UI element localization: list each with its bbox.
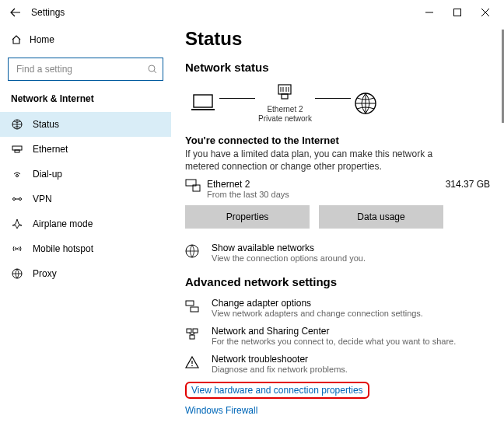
diagram-conn-name: Ethernet 2 xyxy=(267,105,303,113)
connection-name: Ethernet 2 xyxy=(207,179,446,190)
windows-firewall-link[interactable]: Windows Firewall xyxy=(185,405,490,416)
connected-heading: You're connected to the Internet xyxy=(185,134,490,146)
sharing-center-title[interactable]: Network and Sharing Center xyxy=(212,326,456,337)
diagram-conn-type: Private network xyxy=(258,114,312,123)
svg-rect-14 xyxy=(278,85,291,94)
home-label: Home xyxy=(30,34,54,45)
ethernet-icon xyxy=(11,144,23,155)
close-icon xyxy=(481,9,489,16)
sidebar: Home Network & Internet Status Ethernet … xyxy=(0,25,171,432)
close-button[interactable] xyxy=(471,2,499,23)
adapter-icon xyxy=(276,83,293,103)
svg-rect-26 xyxy=(187,329,191,333)
svg-rect-28 xyxy=(190,335,194,339)
connector-line xyxy=(219,98,255,99)
svg-rect-25 xyxy=(191,307,198,312)
search-input[interactable] xyxy=(8,58,163,81)
minimize-button[interactable] xyxy=(415,2,443,23)
maximize-icon xyxy=(453,9,461,16)
advanced-heading: Advanced network settings xyxy=(185,275,490,288)
search-field[interactable] xyxy=(15,63,148,75)
sharing-center-desc: For the networks you connect to, decide … xyxy=(212,337,456,346)
globe-icon xyxy=(185,243,202,263)
network-status-heading: Network status xyxy=(185,61,490,74)
sidebar-item-proxy[interactable]: Proxy xyxy=(0,261,171,286)
globe-icon xyxy=(11,119,23,130)
adapter-options-icon xyxy=(185,298,202,318)
sidebar-item-label: Airplane mode xyxy=(33,218,93,229)
window-title: Settings xyxy=(31,7,65,18)
sidebar-item-label: Dial-up xyxy=(33,169,62,180)
sidebar-heading: Network & Internet xyxy=(0,90,171,112)
main-content: Status Network status Ethernet 2Private … xyxy=(171,25,504,432)
network-diagram: Ethernet 2Private network xyxy=(190,83,490,124)
show-networks-desc: View the connection options around you. xyxy=(212,253,366,263)
svg-rect-1 xyxy=(454,9,461,16)
svg-point-7 xyxy=(16,175,19,177)
sidebar-item-airplane[interactable]: Airplane mode xyxy=(0,211,171,236)
highlight-annotation: View hardware and connection properties xyxy=(185,382,369,399)
svg-rect-27 xyxy=(193,329,198,333)
globe-icon xyxy=(354,92,377,115)
warning-icon xyxy=(185,354,202,374)
sidebar-item-hotspot[interactable]: Mobile hotspot xyxy=(0,236,171,261)
sidebar-item-vpn[interactable]: VPN xyxy=(0,187,171,211)
back-button[interactable] xyxy=(5,7,26,18)
svg-point-8 xyxy=(13,198,16,201)
properties-button[interactable]: Properties xyxy=(185,205,310,229)
troubleshooter-title[interactable]: Network troubleshooter xyxy=(212,354,348,365)
sidebar-item-ethernet[interactable]: Ethernet xyxy=(0,137,171,162)
dialup-icon xyxy=(11,169,23,180)
page-title: Status xyxy=(185,28,490,50)
laptop-icon xyxy=(190,93,216,114)
sidebar-item-label: Status xyxy=(33,119,59,130)
svg-rect-15 xyxy=(282,94,288,99)
show-networks-title[interactable]: Show available networks xyxy=(212,243,366,253)
adapter-small-icon xyxy=(185,179,207,193)
connector-line xyxy=(315,98,351,99)
troubleshooter-desc: Diagnose and fix network problems. xyxy=(212,365,348,374)
vpn-icon xyxy=(11,194,23,204)
sidebar-item-label: Mobile hotspot xyxy=(33,243,93,254)
home-icon xyxy=(11,34,22,45)
sidebar-item-label: VPN xyxy=(33,194,52,204)
data-usage-button[interactable]: Data usage xyxy=(319,205,443,229)
airplane-icon xyxy=(11,218,23,229)
connection-sub: From the last 30 days xyxy=(207,190,446,199)
svg-rect-13 xyxy=(194,95,212,107)
arrow-left-icon xyxy=(10,7,21,18)
view-hardware-link[interactable]: View hardware and connection properties xyxy=(191,385,363,396)
svg-rect-6 xyxy=(15,150,19,152)
sharing-center-icon xyxy=(185,326,202,346)
hotspot-icon xyxy=(11,243,23,254)
sidebar-item-label: Ethernet xyxy=(33,144,68,155)
sidebar-item-dialup[interactable]: Dial-up xyxy=(0,162,171,187)
change-adapter-title[interactable]: Change adapter options xyxy=(212,298,423,309)
data-usage-value: 314.37 GB xyxy=(446,179,490,190)
connected-body: If you have a limited data plan, you can… xyxy=(185,148,450,173)
minimize-icon xyxy=(425,9,433,16)
svg-rect-5 xyxy=(12,146,22,150)
proxy-icon xyxy=(11,268,23,279)
svg-point-9 xyxy=(19,198,22,201)
svg-point-30 xyxy=(191,365,193,367)
change-adapter-desc: View network adapters and change connect… xyxy=(212,309,423,318)
svg-point-2 xyxy=(149,65,155,72)
title-bar: Settings xyxy=(0,0,504,25)
svg-rect-24 xyxy=(186,301,194,306)
svg-line-3 xyxy=(154,71,156,73)
home-item[interactable]: Home xyxy=(0,28,171,51)
sidebar-item-label: Proxy xyxy=(33,268,57,279)
sidebar-item-status[interactable]: Status xyxy=(0,112,171,137)
svg-point-11 xyxy=(16,248,18,250)
search-icon xyxy=(148,65,156,74)
maximize-button[interactable] xyxy=(443,2,471,23)
